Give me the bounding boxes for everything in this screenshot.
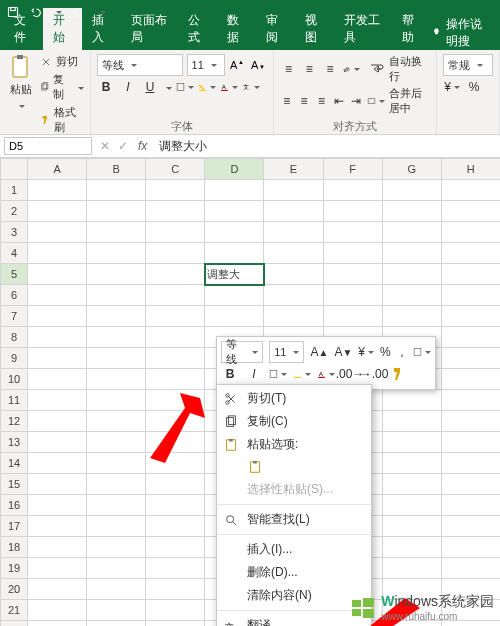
cell-H16[interactable] bbox=[441, 495, 500, 516]
align-middle-icon[interactable]: ≡ bbox=[301, 60, 318, 78]
align-top-icon[interactable]: ≡ bbox=[280, 60, 297, 78]
mini-font-color-button[interactable]: A bbox=[317, 365, 335, 383]
cell-B1[interactable] bbox=[87, 180, 146, 201]
cell-E2[interactable] bbox=[264, 201, 323, 222]
fill-color-button[interactable] bbox=[198, 78, 216, 96]
number-format-select[interactable]: 常规 bbox=[443, 54, 493, 76]
bold-button[interactable]: B bbox=[97, 78, 115, 96]
align-center-icon[interactable]: ≡ bbox=[297, 92, 310, 110]
cell-E3[interactable] bbox=[264, 222, 323, 243]
cell-B11[interactable] bbox=[87, 390, 146, 411]
cell-G1[interactable] bbox=[382, 180, 441, 201]
align-right-icon[interactable]: ≡ bbox=[315, 92, 328, 110]
cell-C2[interactable] bbox=[146, 201, 205, 222]
cell-B19[interactable] bbox=[87, 558, 146, 579]
cell-A12[interactable] bbox=[28, 411, 87, 432]
col-header-C[interactable]: C bbox=[146, 159, 205, 180]
tab-help[interactable]: 帮助 bbox=[392, 8, 431, 50]
cell-A15[interactable] bbox=[28, 474, 87, 495]
cell-C12[interactable] bbox=[146, 411, 205, 432]
col-header-G[interactable]: G bbox=[382, 159, 441, 180]
italic-button[interactable]: I bbox=[119, 78, 137, 96]
increase-indent-icon[interactable]: ⇥ bbox=[350, 92, 363, 110]
cell-G18[interactable] bbox=[382, 537, 441, 558]
mini-font-family[interactable]: 等线 bbox=[221, 341, 263, 363]
cell-A3[interactable] bbox=[28, 222, 87, 243]
row-header-17[interactable]: 17 bbox=[1, 516, 28, 537]
format-painter-button[interactable]: 格式刷 bbox=[40, 105, 84, 135]
cell-C14[interactable] bbox=[146, 453, 205, 474]
cell-G4[interactable] bbox=[382, 243, 441, 264]
cell-H3[interactable] bbox=[441, 222, 500, 243]
underline-dropdown-icon[interactable] bbox=[163, 80, 172, 94]
cell-B17[interactable] bbox=[87, 516, 146, 537]
menu-item-9[interactable]: 清除内容(N) bbox=[217, 584, 371, 607]
paste-option-icon[interactable] bbox=[247, 459, 263, 475]
cell-E5[interactable] bbox=[264, 264, 323, 285]
cell-F4[interactable] bbox=[323, 243, 382, 264]
redo-icon[interactable] bbox=[72, 5, 86, 19]
col-header-H[interactable]: H bbox=[441, 159, 500, 180]
cell-F1[interactable] bbox=[323, 180, 382, 201]
cell-C3[interactable] bbox=[146, 222, 205, 243]
row-header-19[interactable]: 19 bbox=[1, 558, 28, 579]
tab-review[interactable]: 审阅 bbox=[256, 8, 295, 50]
tab-page-layout[interactable]: 页面布局 bbox=[121, 8, 179, 50]
cell-C13[interactable] bbox=[146, 432, 205, 453]
cell-A1[interactable] bbox=[28, 180, 87, 201]
cell-H10[interactable] bbox=[441, 369, 500, 390]
row-header-3[interactable]: 3 bbox=[1, 222, 28, 243]
mini-bold-button[interactable]: B bbox=[221, 365, 239, 383]
cell-A11[interactable] bbox=[28, 390, 87, 411]
cell-F6[interactable] bbox=[323, 285, 382, 306]
col-header-A[interactable]: A bbox=[28, 159, 87, 180]
cell-G2[interactable] bbox=[382, 201, 441, 222]
mini-border-button[interactable] bbox=[269, 365, 287, 383]
enter-icon[interactable]: ✓ bbox=[114, 137, 132, 155]
col-header-B[interactable]: B bbox=[87, 159, 146, 180]
cell-C6[interactable] bbox=[146, 285, 205, 306]
row-header-13[interactable]: 13 bbox=[1, 432, 28, 453]
mini-fill-color-button[interactable] bbox=[293, 365, 311, 383]
cell-A7[interactable] bbox=[28, 306, 87, 327]
cell-H19[interactable] bbox=[441, 558, 500, 579]
row-header-11[interactable]: 11 bbox=[1, 390, 28, 411]
menu-item-0[interactable]: 剪切(T) bbox=[217, 387, 371, 410]
currency-icon[interactable]: ¥ bbox=[443, 78, 461, 96]
mini-comma-icon[interactable]: , bbox=[397, 343, 407, 361]
cell-C11[interactable] bbox=[146, 390, 205, 411]
decrease-font-icon[interactable]: A▼ bbox=[250, 56, 267, 74]
cell-A18[interactable] bbox=[28, 537, 87, 558]
row-header-9[interactable]: 9 bbox=[1, 348, 28, 369]
menu-item-7[interactable]: 插入(I)... bbox=[217, 538, 371, 561]
cell-E7[interactable] bbox=[264, 306, 323, 327]
row-header-10[interactable]: 10 bbox=[1, 369, 28, 390]
cell-D6[interactable] bbox=[205, 285, 264, 306]
cell-H2[interactable] bbox=[441, 201, 500, 222]
decrease-indent-icon[interactable]: ⇤ bbox=[332, 92, 345, 110]
cell-G7[interactable] bbox=[382, 306, 441, 327]
cancel-icon[interactable]: ✕ bbox=[96, 137, 114, 155]
cell-A22[interactable] bbox=[28, 621, 87, 627]
cell-B10[interactable] bbox=[87, 369, 146, 390]
menu-item-5[interactable]: 智能查找(L) bbox=[217, 508, 371, 531]
cell-F2[interactable] bbox=[323, 201, 382, 222]
cell-C18[interactable] bbox=[146, 537, 205, 558]
cell-B2[interactable] bbox=[87, 201, 146, 222]
cell-C15[interactable] bbox=[146, 474, 205, 495]
row-header-20[interactable]: 20 bbox=[1, 579, 28, 600]
cell-B18[interactable] bbox=[87, 537, 146, 558]
orientation-icon[interactable]: ab bbox=[342, 60, 360, 78]
cell-D2[interactable] bbox=[205, 201, 264, 222]
cell-F7[interactable] bbox=[323, 306, 382, 327]
cell-B3[interactable] bbox=[87, 222, 146, 243]
cell-D4[interactable] bbox=[205, 243, 264, 264]
underline-button[interactable]: U bbox=[141, 78, 159, 96]
cell-C9[interactable] bbox=[146, 348, 205, 369]
cell-E6[interactable] bbox=[264, 285, 323, 306]
col-header-E[interactable]: E bbox=[264, 159, 323, 180]
percent-icon[interactable]: % bbox=[465, 78, 483, 96]
cell-F5[interactable] bbox=[323, 264, 382, 285]
cell-H17[interactable] bbox=[441, 516, 500, 537]
cell-H4[interactable] bbox=[441, 243, 500, 264]
